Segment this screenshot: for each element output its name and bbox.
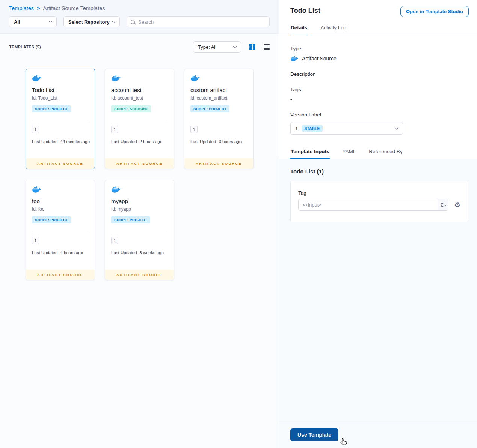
use-template-button[interactable]: Use Template bbox=[290, 428, 338, 441]
template-card[interactable]: custom artifact Id: custom_artifact SCOP… bbox=[184, 69, 254, 169]
expression-sigma-button[interactable]: Σ bbox=[438, 199, 448, 210]
tags-value: - bbox=[290, 96, 466, 102]
version-chip: 1 bbox=[111, 126, 118, 133]
search-icon bbox=[131, 20, 135, 24]
scope-badge: SCOPE: PROJECT bbox=[190, 105, 229, 112]
template-card[interactable]: foo Id: foo SCOPE: PROJECT 1 Last Update… bbox=[26, 180, 95, 280]
docker-icon bbox=[32, 186, 42, 193]
panel-title: Todo List bbox=[290, 6, 320, 15]
app-root: Templates > Artifact Source Templates Al… bbox=[0, 0, 477, 448]
chevron-down-icon bbox=[49, 20, 53, 23]
template-type-footer: ARTIFACT SOURCE bbox=[26, 270, 95, 280]
tab-details[interactable]: Details bbox=[290, 20, 308, 35]
sigma-icon: Σ bbox=[440, 202, 443, 208]
template-inputs-section: Todo List (1) Tag Σ ⚙ bbox=[279, 159, 477, 423]
scope-badge: SCOPE: PROJECT bbox=[32, 216, 71, 223]
tab-activity-log[interactable]: Activity Log bbox=[320, 20, 347, 35]
tag-label: Tag bbox=[298, 190, 460, 196]
type-value-row: Artifact Source bbox=[290, 56, 466, 62]
card-divider bbox=[111, 232, 168, 232]
card-divider bbox=[190, 121, 247, 121]
search-box bbox=[127, 16, 270, 27]
template-card[interactable]: myapp Id: myapp SCOPE: PROJECT 1 Last Up… bbox=[105, 180, 174, 280]
tab-referenced-by[interactable]: Referenced By bbox=[368, 144, 403, 159]
template-type-footer: ARTIFACT SOURCE bbox=[105, 158, 174, 169]
stable-badge: STABLE bbox=[302, 125, 323, 132]
repository-filter-value: Select Repository bbox=[68, 19, 110, 25]
last-updated-value: 2 hours ago bbox=[139, 139, 162, 144]
card-divider bbox=[111, 121, 168, 121]
last-updated: Last Updated 4 hours ago bbox=[32, 250, 83, 255]
inner-tabs: Template Inputs YAML Referenced By bbox=[279, 144, 477, 159]
tag-input[interactable] bbox=[299, 199, 438, 210]
last-updated: Last Updated 2 hours ago bbox=[111, 139, 162, 144]
type-filter-dropdown[interactable]: Type: All bbox=[193, 41, 241, 53]
version-chip: 1 bbox=[32, 126, 39, 133]
docker-icon bbox=[32, 75, 42, 82]
scope-badge: SCOPE: ACCOUNT bbox=[111, 105, 151, 112]
last-updated-value: 44 minutes ago bbox=[60, 139, 90, 144]
scope-filter-dropdown[interactable]: All bbox=[9, 16, 57, 27]
docker-icon bbox=[190, 75, 200, 82]
list-view-icon[interactable] bbox=[264, 44, 270, 50]
last-updated-value: 3 weeks ago bbox=[139, 250, 164, 255]
list-header: TEMPLATES (5) Type: All bbox=[0, 34, 279, 53]
card-body: foo Id: foo SCOPE: PROJECT 1 Last Update… bbox=[26, 180, 95, 270]
template-card[interactable]: account test Id: account_test SCOPE: ACC… bbox=[105, 69, 174, 169]
card-divider bbox=[32, 121, 89, 121]
template-id: Id: custom_artifact bbox=[190, 95, 227, 101]
chevron-down-icon bbox=[233, 45, 237, 48]
breadcrumb-templates-link[interactable]: Templates bbox=[9, 5, 34, 11]
repository-filter-dropdown[interactable]: Select Repository bbox=[63, 16, 120, 27]
panel-tabs: Details Activity Log bbox=[279, 20, 477, 35]
filter-bar: All Select Repository bbox=[9, 16, 270, 27]
type-label: Type bbox=[290, 46, 466, 51]
chevron-down-icon bbox=[444, 203, 446, 206]
card-divider bbox=[32, 232, 89, 232]
template-id: Id: myapp bbox=[111, 207, 131, 212]
docker-icon bbox=[111, 186, 121, 193]
last-updated: Last Updated 44 minutes ago bbox=[32, 139, 90, 144]
template-id: Id: foo bbox=[32, 207, 44, 212]
breadcrumb-current: Artifact Source Templates bbox=[43, 5, 105, 11]
template-id: Id: account_test bbox=[111, 95, 143, 101]
card-body: custom artifact Id: custom_artifact SCOP… bbox=[184, 69, 253, 158]
template-id: Id: Todo_List bbox=[32, 95, 57, 101]
scope-badge: SCOPE: PROJECT bbox=[32, 105, 71, 112]
card-body: Todo List Id: Todo_List SCOPE: PROJECT 1… bbox=[26, 69, 95, 158]
templates-count-label: TEMPLATES (5) bbox=[9, 45, 41, 49]
inputs-card: Tag Σ ⚙ bbox=[290, 181, 468, 222]
type-filter-value: Type: All bbox=[198, 44, 216, 50]
grid-view-icon[interactable] bbox=[249, 44, 255, 50]
last-updated-value: 3 hours ago bbox=[219, 139, 242, 144]
version-dropdown[interactable]: 1 STABLE bbox=[290, 122, 403, 135]
last-updated: Last Updated 3 weeks ago bbox=[111, 250, 164, 255]
chevron-down-icon bbox=[395, 126, 399, 130]
last-updated: Last Updated 3 hours ago bbox=[190, 139, 242, 144]
tab-yaml[interactable]: YAML bbox=[342, 144, 356, 159]
version-value: 1 bbox=[295, 126, 298, 131]
template-type-footer: ARTIFACT SOURCE bbox=[26, 158, 95, 169]
last-updated-value: 4 hours ago bbox=[60, 250, 83, 255]
search-input[interactable] bbox=[138, 19, 266, 25]
docker-icon bbox=[290, 56, 299, 62]
breadcrumb-separator: > bbox=[37, 5, 40, 11]
open-in-template-studio-button[interactable]: Open in Template Studio bbox=[400, 6, 469, 17]
template-name: foo bbox=[32, 198, 40, 204]
last-updated-label: Last Updated bbox=[111, 139, 137, 144]
last-updated-label: Last Updated bbox=[190, 139, 216, 144]
details-section: Type Artifact Source Description Tags - … bbox=[279, 35, 477, 144]
template-name: custom artifact bbox=[190, 87, 227, 93]
last-updated-label: Last Updated bbox=[32, 139, 57, 144]
panel-header: Todo List Open in Template Studio bbox=[279, 0, 477, 20]
gear-icon[interactable]: ⚙ bbox=[454, 201, 460, 208]
last-updated-label: Last Updated bbox=[111, 250, 137, 255]
breadcrumb: Templates > Artifact Source Templates bbox=[9, 5, 270, 11]
template-type-footer: ARTIFACT SOURCE bbox=[105, 270, 174, 280]
description-label: Description bbox=[290, 71, 466, 77]
template-details-panel: Todo List Open in Template Studio Detail… bbox=[279, 0, 477, 448]
last-updated-label: Last Updated bbox=[32, 250, 57, 255]
template-card[interactable]: Todo List Id: Todo_List SCOPE: PROJECT 1… bbox=[26, 69, 95, 169]
tab-template-inputs[interactable]: Template Inputs bbox=[290, 144, 330, 159]
version-chip: 1 bbox=[32, 237, 39, 244]
